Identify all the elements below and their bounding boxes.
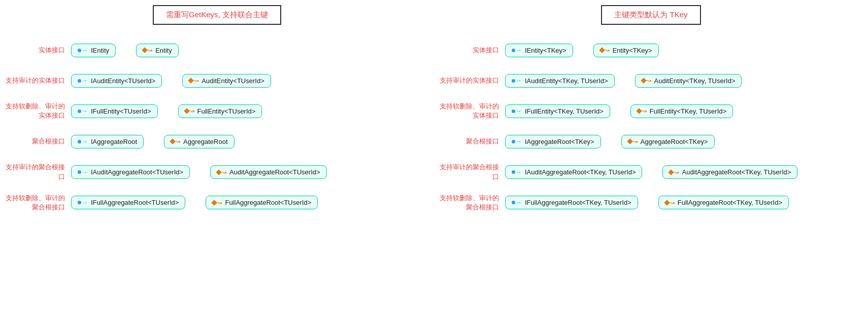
node-label: Entity (155, 47, 172, 54)
interface-node-0-0[interactable]: →IEntity (71, 44, 116, 57)
row-items-5: →IFullAggregateRoot<TUserId>↝FullAggrega… (71, 196, 429, 209)
interface-node-3-0[interactable]: →IAggregateRoot (71, 135, 144, 149)
class-node-5-1[interactable]: ↝FullAggregateRoot<TKey, TUserId> (658, 196, 789, 209)
row-label-2: 支持软删除、审计的实体接口 (5, 102, 71, 120)
node-label: AuditEntity<TUserId> (202, 77, 264, 85)
interface-icon: → (78, 169, 88, 175)
row-1: 支持审计的实体接口→IAuditEntity<TKey, TUserId>↝Au… (439, 65, 863, 96)
interface-icon: → (78, 47, 88, 53)
class-icon: ↝ (189, 78, 198, 84)
interface-node-2-0[interactable]: →IFullEntity<TKey, TUserId> (505, 104, 610, 118)
row-0: 实体接口→IEntity↝Entity (5, 35, 429, 65)
node-label: FullEntity<TUserId> (197, 107, 256, 115)
row-label-5: 支持软删除、审计的聚合根接口 (5, 194, 71, 212)
class-icon: ↝ (171, 138, 180, 144)
row-items-0: →IEntity↝Entity (71, 44, 429, 57)
node-label: IAuditAggregateRoot<TUserId> (91, 168, 183, 176)
interface-icon: → (78, 108, 88, 114)
row-label-2: 支持软删除、审计的实体接口 (439, 102, 505, 120)
node-label: AggregateRoot (183, 138, 227, 145)
interface-node-5-0[interactable]: →IFullAggregateRoot<TKey, TUserId> (505, 196, 638, 209)
left-rows: 实体接口→IEntity↝Entity支持审计的实体接口→IAuditEntit… (5, 35, 429, 218)
interface-node-5-0[interactable]: →IFullAggregateRoot<TUserId> (71, 196, 185, 209)
interface-node-4-0[interactable]: →IAuditAggregateRoot<TKey, TUserId> (505, 165, 642, 179)
row-items-1: →IAuditEntity<TKey, TUserId>↝AuditEntity… (505, 74, 863, 88)
node-label: AggregateRoot<TKey> (641, 138, 708, 145)
node-label: AuditAggregateRoot<TKey, TUserId> (682, 168, 791, 176)
node-label: IFullAggregateRoot<TUserId> (91, 199, 179, 206)
row-items-3: →IAggregateRoot↝AggregateRoot (71, 135, 429, 149)
class-node-5-1[interactable]: ↝FullAggregateRoot<TUserId> (206, 196, 318, 209)
node-label: IAuditEntity<TKey, TUserId> (525, 77, 608, 85)
class-node-2-1[interactable]: ↝FullEntity<TKey, TUserId> (630, 104, 733, 118)
row-0: 实体接口→IEntity<TKey>↝Entity<TKey> (439, 35, 863, 65)
class-node-1-1[interactable]: ↝AuditEntity<TKey, TUserId> (635, 74, 742, 88)
interface-node-1-0[interactable]: →IAuditEntity<TUserId> (71, 74, 162, 88)
node-label: IFullEntity<TUserId> (91, 107, 151, 115)
interface-node-0-0[interactable]: →IEntity<TKey> (505, 44, 573, 57)
row-label-5: 支持软删除、审计的聚合根接口 (439, 194, 505, 212)
node-label: IEntity (91, 47, 109, 54)
class-node-1-1[interactable]: ↝AuditEntity<TUserId> (182, 74, 271, 88)
interface-node-4-0[interactable]: →IAuditAggregateRoot<TUserId> (71, 165, 190, 179)
class-icon: ↝ (217, 169, 226, 175)
row-4: 支持审计的聚合根接口→IAuditAggregateRoot<TUserId>↝… (5, 157, 429, 187)
row-label-3: 聚合根接口 (5, 137, 71, 146)
node-label: IAggregateRoot (91, 138, 137, 145)
row-items-4: →IAuditAggregateRoot<TKey, TUserId>↝Audi… (505, 165, 863, 179)
node-label: IEntity<TKey> (525, 47, 566, 54)
row-2: 支持软删除、审计的实体接口→IFullEntity<TUserId>↝FullE… (5, 96, 429, 126)
left-section: 需重写GetKeys, 支持联合主键 实体接口→IEntity↝Entity支持… (0, 5, 434, 328)
row-label-3: 聚合根接口 (439, 137, 505, 146)
node-label: FullEntity<TKey, TUserId> (650, 107, 726, 115)
class-icon: ↝ (600, 47, 610, 53)
page-container: 需重写GetKeys, 支持联合主键 实体接口→IEntity↝Entity支持… (0, 0, 868, 333)
interface-node-3-0[interactable]: →IAggregateRoot<TKey> (505, 135, 601, 149)
row-items-2: →IFullEntity<TUserId>↝FullEntity<TUserId… (71, 104, 429, 118)
row-3: 聚合根接口→IAggregateRoot<TKey>↝AggregateRoot… (439, 126, 863, 157)
class-icon: ↝ (642, 78, 651, 84)
class-node-4-1[interactable]: ↝AuditAggregateRoot<TKey, TUserId> (662, 165, 797, 179)
class-icon: ↝ (628, 138, 638, 144)
interface-icon: → (512, 169, 522, 175)
class-node-0-1[interactable]: ↝Entity (136, 44, 179, 57)
class-node-3-1[interactable]: ↝AggregateRoot (164, 135, 234, 149)
row-3: 聚合根接口→IAggregateRoot↝AggregateRoot (5, 126, 429, 157)
class-node-0-1[interactable]: ↝Entity<TKey> (593, 44, 659, 57)
row-items-3: →IAggregateRoot<TKey>↝AggregateRoot<TKey… (505, 135, 863, 149)
row-label-4: 支持审计的聚合根接口 (439, 163, 505, 181)
interface-icon: → (78, 138, 88, 144)
row-items-2: →IFullEntity<TKey, TUserId>↝FullEntity<T… (505, 104, 863, 118)
right-section: 主键类型默认为 TKey 实体接口→IEntity<TKey>↝Entity<T… (434, 5, 868, 328)
row-items-0: →IEntity<TKey>↝Entity<TKey> (505, 44, 863, 57)
node-label: AuditAggregateRoot<TUserId> (229, 168, 320, 176)
node-label: FullAggregateRoot<TKey, TUserId> (678, 199, 782, 206)
class-icon: ↝ (637, 108, 647, 114)
row-label-1: 支持审计的实体接口 (439, 76, 505, 85)
class-node-3-1[interactable]: ↝AggregateRoot<TKey> (621, 135, 715, 149)
node-label: IFullAggregateRoot<TKey, TUserId> (525, 199, 631, 206)
class-icon: ↝ (185, 108, 194, 114)
class-node-2-1[interactable]: ↝FullEntity<TUserId> (178, 104, 262, 118)
class-icon: ↝ (665, 200, 675, 206)
row-items-4: →IAuditAggregateRoot<TUserId>↝AuditAggre… (71, 165, 429, 179)
node-label: AuditEntity<TKey, TUserId> (654, 77, 736, 85)
class-node-4-1[interactable]: ↝AuditAggregateRoot<TUserId> (210, 165, 327, 179)
interface-icon: → (512, 138, 522, 144)
node-label: IAggregateRoot<TKey> (525, 138, 594, 145)
class-icon: ↝ (143, 47, 152, 53)
interface-icon: → (512, 108, 522, 114)
row-items-5: →IFullAggregateRoot<TKey, TUserId>↝FullA… (505, 196, 863, 209)
right-section-header: 主键类型默认为 TKey (601, 5, 700, 25)
interface-node-1-0[interactable]: →IAuditEntity<TKey, TUserId> (505, 74, 615, 88)
interface-icon: → (512, 78, 522, 84)
interface-icon: → (78, 200, 88, 206)
node-label: Entity<TKey> (613, 47, 652, 54)
row-5: 支持软删除、审计的聚合根接口→IFullAggregateRoot<TUserI… (5, 188, 429, 218)
node-label: IAuditEntity<TUserId> (91, 77, 155, 85)
right-rows: 实体接口→IEntity<TKey>↝Entity<TKey>支持审计的实体接口… (439, 35, 863, 218)
row-2: 支持软删除、审计的实体接口→IFullEntity<TKey, TUserId>… (439, 96, 863, 126)
interface-node-2-0[interactable]: →IFullEntity<TUserId> (71, 104, 158, 118)
row-label-0: 实体接口 (5, 46, 71, 55)
row-1: 支持审计的实体接口→IAuditEntity<TUserId>↝AuditEnt… (5, 65, 429, 96)
